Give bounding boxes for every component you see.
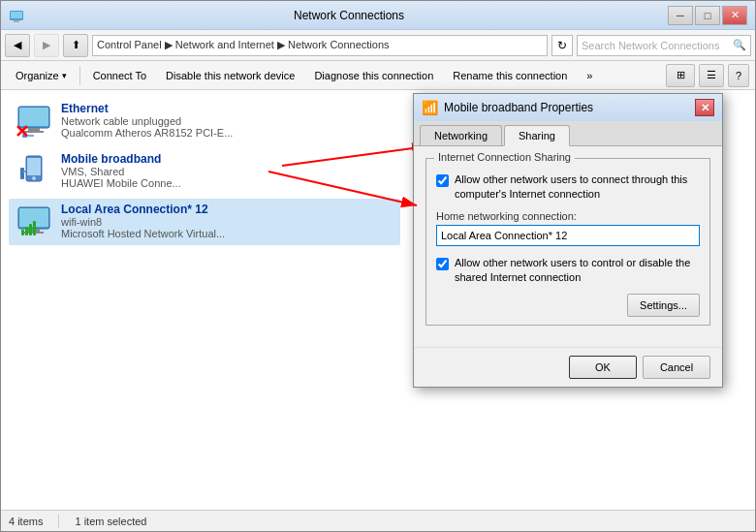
title-bar: Network Connections ─ □ ✕ xyxy=(1,1,755,30)
help-button[interactable]: ? xyxy=(728,64,749,87)
svg-rect-1 xyxy=(11,12,22,18)
refresh-button[interactable]: ↻ xyxy=(551,35,573,56)
ics-group-box: Internet Connection Sharing Allow other … xyxy=(425,158,710,326)
maximize-button[interactable]: □ xyxy=(695,6,720,25)
mobile-icon xyxy=(15,152,53,191)
local-area-name: Local Area Connection* 12 xyxy=(61,203,225,216)
local-area-info: Local Area Connection* 12 wifi-win8 Micr… xyxy=(61,203,225,239)
address-bar: ◀ ▶ ⬆ Control Panel ▶ Network and Intern… xyxy=(1,30,755,61)
home-network-input[interactable] xyxy=(436,225,700,246)
ok-button[interactable]: OK xyxy=(569,356,637,379)
mobile-name: Mobile broadband xyxy=(61,152,181,166)
wifi-icon xyxy=(15,203,53,241)
diagnose-button[interactable]: Diagnose this connection xyxy=(305,64,442,87)
window-controls: ─ □ ✕ xyxy=(668,6,747,25)
group-box-label: Internet Connection Sharing xyxy=(434,151,575,163)
toolbar-right: ⊞ ☰ ? xyxy=(666,64,749,87)
forward-button[interactable]: ▶ xyxy=(34,34,59,57)
ethernet-icon: ✕ xyxy=(15,102,53,141)
tab-sharing[interactable]: Sharing xyxy=(504,125,570,146)
local-area-item[interactable]: Local Area Connection* 12 wifi-win8 Micr… xyxy=(9,199,400,245)
close-button[interactable]: ✕ xyxy=(722,6,747,25)
dialog-content: Internet Connection Sharing Allow other … xyxy=(414,146,722,347)
allow-users-checkbox[interactable] xyxy=(436,174,449,187)
status-separator xyxy=(58,515,59,528)
window-title: Network Connections xyxy=(30,9,668,22)
path-text: Control Panel ▶ Network and Internet ▶ N… xyxy=(97,39,390,51)
svg-rect-2 xyxy=(14,20,19,22)
svg-rect-5 xyxy=(28,128,40,131)
mobile-detail1: VMS, Shared xyxy=(61,166,181,177)
dialog-button-row: OK Cancel xyxy=(414,347,722,387)
ethernet-name: Ethernet xyxy=(61,102,233,115)
svg-rect-12 xyxy=(20,168,24,179)
status-bar: 4 items 1 item selected xyxy=(1,510,755,531)
organize-button[interactable]: Organize xyxy=(7,64,76,87)
address-path[interactable]: Control Panel ▶ Network and Internet ▶ N… xyxy=(92,35,548,56)
mobile-info: Mobile broadband VMS, Shared HUAWEI Mobi… xyxy=(61,152,181,189)
search-placeholder: Search Network Connections xyxy=(582,40,719,51)
rename-button[interactable]: Rename this connection xyxy=(444,64,576,87)
mobile-detail2: HUAWEI Mobile Conne... xyxy=(61,177,181,189)
ethernet-detail1: Network cable unplugged xyxy=(61,115,233,127)
items-count: 4 items xyxy=(9,516,43,527)
dialog-icon: 📶 xyxy=(422,100,438,115)
up-button[interactable]: ⬆ xyxy=(63,34,88,57)
svg-rect-13 xyxy=(23,171,26,172)
svg-rect-19 xyxy=(25,227,28,235)
main-window: Network Connections ─ □ ✕ ◀ ▶ ⬆ Control … xyxy=(0,0,756,532)
error-icon: ✕ xyxy=(15,123,29,141)
svg-rect-21 xyxy=(33,221,36,235)
toolbar-separator-1 xyxy=(79,66,80,85)
svg-point-11 xyxy=(32,176,36,180)
dialog-close-button[interactable]: ✕ xyxy=(695,99,714,116)
tab-networking[interactable]: Networking xyxy=(420,125,502,145)
home-network-label: Home networking connection: xyxy=(436,210,700,222)
allow-control-checkbox[interactable] xyxy=(436,258,449,270)
dialog-title-bar: 📶 Mobile broadband Properties ✕ xyxy=(414,94,722,121)
ethernet-item[interactable]: ✕ Ethernet Network cable unplugged Qualc… xyxy=(9,98,400,144)
window-icon xyxy=(9,8,24,23)
connect-to-button[interactable]: Connect To xyxy=(84,64,155,87)
dialog-tabs: Networking Sharing xyxy=(414,121,722,146)
mobile-broadband-item[interactable]: Mobile broadband VMS, Shared HUAWEI Mobi… xyxy=(9,148,400,195)
svg-rect-18 xyxy=(21,230,24,235)
settings-btn-row: Settings... xyxy=(436,294,700,317)
local-area-detail2: Microsoft Hosted Network Virtual... xyxy=(61,228,225,239)
ethernet-detail2: Qualcomm Atheros AR8152 PCI-E... xyxy=(61,127,233,139)
ethernet-info: Ethernet Network cable unplugged Qualcom… xyxy=(61,102,233,139)
network-list: ✕ Ethernet Network cable unplugged Qualc… xyxy=(1,90,408,510)
svg-rect-20 xyxy=(29,224,32,235)
toolbar: Organize Connect To Disable this network… xyxy=(1,61,755,90)
minimize-button[interactable]: ─ xyxy=(668,6,693,25)
allow-users-label: Allow other network users to connect thr… xyxy=(455,172,700,203)
properties-dialog: 📶 Mobile broadband Properties ✕ Networki… xyxy=(413,93,723,388)
view-toggle-button[interactable]: ⊞ xyxy=(666,64,695,87)
search-box[interactable]: Search Network Connections 🔍 xyxy=(577,35,751,56)
more-button[interactable]: » xyxy=(578,64,601,87)
allow-users-checkbox-row: Allow other network users to connect thr… xyxy=(436,172,700,203)
svg-rect-10 xyxy=(27,158,41,175)
view-list-button[interactable]: ☰ xyxy=(699,64,724,87)
allow-control-checkbox-row: Allow other network users to control or … xyxy=(436,256,700,286)
selected-count: 1 item selected xyxy=(75,516,146,527)
settings-button[interactable]: Settings... xyxy=(627,294,700,317)
dialog-title: Mobile broadband Properties xyxy=(444,101,689,114)
local-area-detail1: wifi-win8 xyxy=(61,216,225,228)
allow-control-label: Allow other network users to control or … xyxy=(455,256,700,286)
cancel-button[interactable]: Cancel xyxy=(643,356,710,379)
disable-button[interactable]: Disable this network device xyxy=(157,64,303,87)
back-button[interactable]: ◀ xyxy=(5,34,30,57)
